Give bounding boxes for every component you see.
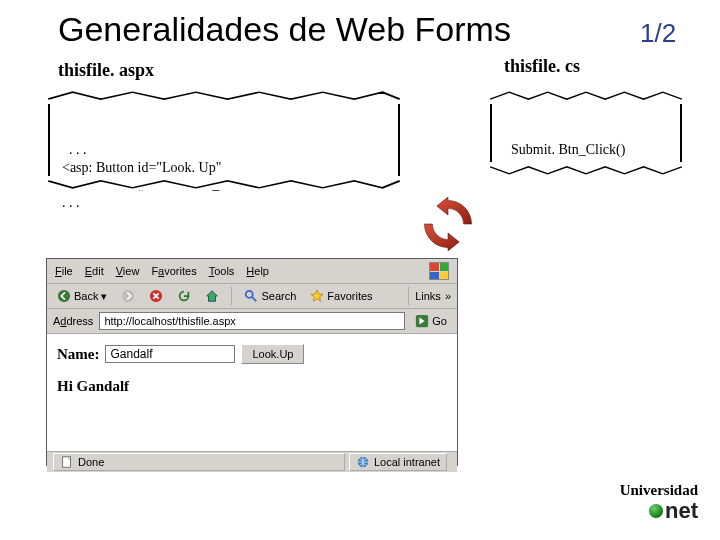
intranet-icon bbox=[356, 455, 370, 469]
chevron-right-icon[interactable]: » bbox=[445, 290, 451, 302]
code-box-cs: Submit. Btn_Click() { . . . bbox=[490, 90, 682, 176]
svg-point-3 bbox=[246, 291, 253, 298]
recycle-arrows-icon bbox=[420, 196, 476, 252]
lookup-button[interactable]: Look.Up bbox=[241, 344, 304, 364]
logo-net: net bbox=[665, 500, 698, 522]
tool-bar: Back ▾ Search Favorites Links » bbox=[47, 284, 457, 309]
torn-edge-icon bbox=[48, 178, 400, 192]
chevron-down-icon: ▾ bbox=[101, 290, 107, 303]
page-number: 1/2 bbox=[640, 18, 676, 49]
stop-icon bbox=[149, 289, 163, 303]
forward-arrow-icon bbox=[121, 289, 135, 303]
search-icon bbox=[244, 289, 258, 303]
menu-tools[interactable]: Tools bbox=[209, 265, 235, 277]
name-label: Name: bbox=[57, 346, 99, 363]
torn-edge-icon bbox=[490, 164, 682, 178]
torn-edge-icon bbox=[490, 88, 682, 102]
svg-point-0 bbox=[58, 290, 70, 302]
status-zone: Local intranet bbox=[374, 456, 440, 468]
windows-logo-icon bbox=[429, 262, 449, 280]
refresh-icon bbox=[177, 289, 191, 303]
stop-button[interactable] bbox=[145, 288, 167, 304]
document-icon bbox=[60, 455, 74, 469]
menu-help[interactable]: Help bbox=[246, 265, 269, 277]
go-label: Go bbox=[432, 315, 447, 327]
back-button[interactable]: Back ▾ bbox=[53, 288, 111, 304]
go-button[interactable]: Go bbox=[411, 313, 451, 329]
logo-universidad: Universidad bbox=[620, 483, 698, 498]
file-label-aspx: thisfile. aspx bbox=[58, 60, 154, 81]
svg-line-4 bbox=[252, 297, 256, 301]
page-content: Name: Look.Up Hi Gandalf bbox=[47, 334, 457, 452]
svg-point-1 bbox=[122, 290, 134, 302]
favorites-label: Favorites bbox=[327, 290, 372, 302]
name-input[interactable] bbox=[105, 345, 235, 363]
star-icon bbox=[310, 289, 324, 303]
address-input[interactable] bbox=[99, 312, 405, 330]
forward-button[interactable] bbox=[117, 288, 139, 304]
menu-view[interactable]: View bbox=[116, 265, 140, 277]
links-label[interactable]: Links bbox=[415, 290, 441, 302]
address-bar: Address Go bbox=[47, 309, 457, 334]
menu-bar: File Edit View Favorites Tools Help bbox=[47, 259, 457, 284]
dotnet-logo: Universidad net bbox=[620, 483, 698, 522]
home-button[interactable] bbox=[201, 288, 223, 304]
dot-icon bbox=[649, 504, 663, 518]
go-arrow-icon bbox=[415, 314, 429, 328]
status-done: Done bbox=[78, 456, 104, 468]
torn-edge-icon bbox=[48, 88, 400, 102]
code-text-aspx: . . . <asp: Button id="Look. Up" On. Cli… bbox=[62, 142, 271, 210]
home-icon bbox=[205, 289, 219, 303]
menu-file[interactable]: File bbox=[55, 265, 73, 277]
menu-favorites[interactable]: Favorites bbox=[151, 265, 196, 277]
slide-title: Generalidades de Web Forms bbox=[58, 10, 511, 49]
browser-window: File Edit View Favorites Tools Help Back… bbox=[46, 258, 458, 466]
separator bbox=[408, 287, 409, 305]
favorites-button[interactable]: Favorites bbox=[306, 288, 376, 304]
search-button[interactable]: Search bbox=[240, 288, 300, 304]
code-box-aspx: . . . <asp: Button id="Look. Up" On. Cli… bbox=[48, 90, 400, 190]
address-label: Address bbox=[53, 315, 93, 327]
result-text: Hi Gandalf bbox=[57, 378, 447, 395]
search-label: Search bbox=[261, 290, 296, 302]
back-arrow-icon bbox=[57, 289, 71, 303]
separator bbox=[231, 287, 232, 305]
menu-edit[interactable]: Edit bbox=[85, 265, 104, 277]
refresh-button[interactable] bbox=[173, 288, 195, 304]
status-bar: Done Local intranet bbox=[47, 452, 457, 472]
back-label: Back bbox=[74, 290, 98, 302]
file-label-cs: thisfile. cs bbox=[504, 56, 580, 77]
